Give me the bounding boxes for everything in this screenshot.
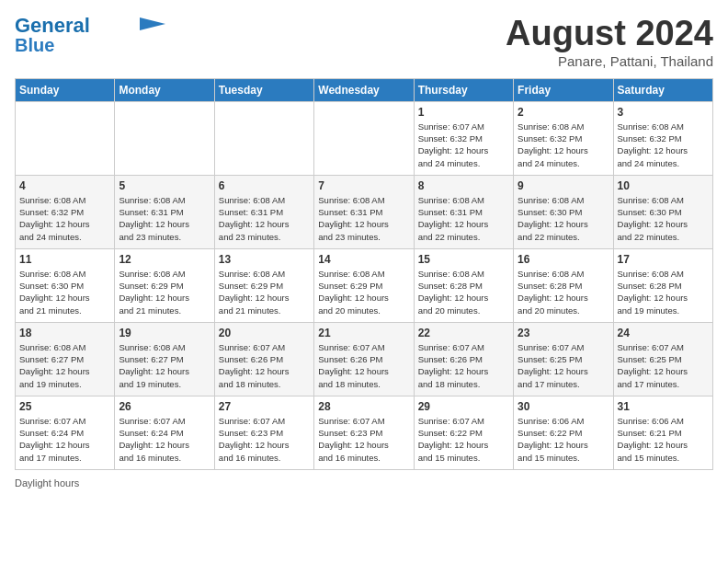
calendar-cell: 10Sunrise: 6:08 AM Sunset: 6:30 PM Dayli…: [613, 175, 712, 248]
day-info: Sunrise: 6:08 AM Sunset: 6:28 PM Dayligh…: [618, 268, 709, 316]
calendar-cell: 2Sunrise: 6:08 AM Sunset: 6:32 PM Daylig…: [514, 101, 613, 175]
calendar-cell: [115, 101, 214, 175]
day-number: 29: [418, 400, 509, 413]
day-number: 7: [318, 179, 409, 192]
calendar-day-header: Sunday: [16, 78, 115, 101]
calendar-cell: 20Sunrise: 6:07 AM Sunset: 6:26 PM Dayli…: [214, 322, 313, 396]
day-number: 12: [119, 253, 210, 266]
page-header: General Blue August 2024 Panare, Pattani…: [15, 15, 713, 69]
day-info: Sunrise: 6:07 AM Sunset: 6:24 PM Dayligh…: [119, 415, 210, 464]
day-info: Sunrise: 6:08 AM Sunset: 6:32 PM Dayligh…: [618, 121, 709, 169]
day-number: 31: [618, 400, 709, 413]
calendar-day-header: Friday: [514, 78, 613, 101]
calendar-cell: 26Sunrise: 6:07 AM Sunset: 6:24 PM Dayli…: [115, 396, 214, 469]
day-info: Sunrise: 6:08 AM Sunset: 6:29 PM Dayligh…: [318, 268, 409, 316]
calendar-cell: 29Sunrise: 6:07 AM Sunset: 6:22 PM Dayli…: [414, 396, 513, 469]
day-number: 1: [418, 106, 509, 119]
day-info: Sunrise: 6:08 AM Sunset: 6:32 PM Dayligh…: [518, 121, 609, 169]
calendar-cell: 3Sunrise: 6:08 AM Sunset: 6:32 PM Daylig…: [613, 101, 712, 175]
calendar-day-header: Wednesday: [314, 78, 414, 101]
day-number: 6: [219, 179, 310, 192]
calendar-header-row: SundayMondayTuesdayWednesdayThursdayFrid…: [16, 78, 713, 101]
day-number: 23: [518, 327, 609, 339]
day-info: Sunrise: 6:08 AM Sunset: 6:30 PM Dayligh…: [618, 194, 709, 243]
day-number: 22: [418, 327, 509, 339]
calendar-cell: [16, 101, 115, 175]
day-info: Sunrise: 6:08 AM Sunset: 6:29 PM Dayligh…: [119, 268, 210, 316]
footer-note: Daylight hours: [15, 477, 713, 488]
calendar-cell: 9Sunrise: 6:08 AM Sunset: 6:30 PM Daylig…: [514, 175, 613, 248]
day-number: 28: [318, 400, 409, 413]
day-number: 10: [618, 179, 709, 192]
main-title: August 2024: [506, 15, 713, 53]
calendar-cell: 4Sunrise: 6:08 AM Sunset: 6:32 PM Daylig…: [16, 175, 115, 248]
day-info: Sunrise: 6:07 AM Sunset: 6:25 PM Dayligh…: [518, 341, 609, 390]
logo-text: General: [15, 15, 90, 37]
calendar-table: SundayMondayTuesdayWednesdayThursdayFrid…: [15, 78, 713, 470]
title-block: August 2024 Panare, Pattani, Thailand: [506, 15, 713, 69]
day-number: 9: [518, 179, 609, 192]
day-info: Sunrise: 6:07 AM Sunset: 6:25 PM Dayligh…: [618, 341, 709, 390]
day-number: 25: [19, 400, 110, 413]
day-info: Sunrise: 6:07 AM Sunset: 6:26 PM Dayligh…: [418, 341, 509, 390]
day-info: Sunrise: 6:08 AM Sunset: 6:30 PM Dayligh…: [19, 268, 110, 316]
calendar-cell: 28Sunrise: 6:07 AM Sunset: 6:23 PM Dayli…: [314, 396, 414, 469]
day-number: 26: [119, 400, 210, 413]
day-info: Sunrise: 6:07 AM Sunset: 6:32 PM Dayligh…: [418, 121, 509, 169]
calendar-cell: 5Sunrise: 6:08 AM Sunset: 6:31 PM Daylig…: [115, 175, 214, 248]
calendar-cell: 14Sunrise: 6:08 AM Sunset: 6:29 PM Dayli…: [314, 248, 414, 322]
day-info: Sunrise: 6:07 AM Sunset: 6:23 PM Dayligh…: [318, 415, 409, 464]
calendar-cell: 21Sunrise: 6:07 AM Sunset: 6:26 PM Dayli…: [314, 322, 414, 396]
day-info: Sunrise: 6:06 AM Sunset: 6:22 PM Dayligh…: [518, 415, 609, 464]
day-number: 11: [19, 253, 110, 266]
day-number: 27: [219, 400, 310, 413]
day-number: 30: [518, 400, 609, 413]
calendar-day-header: Saturday: [613, 78, 712, 101]
day-number: 24: [618, 327, 709, 339]
day-number: 13: [219, 253, 310, 266]
calendar-cell: 12Sunrise: 6:08 AM Sunset: 6:29 PM Dayli…: [115, 248, 214, 322]
day-info: Sunrise: 6:07 AM Sunset: 6:22 PM Dayligh…: [418, 415, 509, 464]
day-number: 4: [19, 179, 110, 192]
day-number: 21: [318, 327, 409, 339]
logo: General Blue: [15, 15, 165, 55]
calendar-cell: 17Sunrise: 6:08 AM Sunset: 6:28 PM Dayli…: [613, 248, 712, 322]
calendar-cell: 15Sunrise: 6:08 AM Sunset: 6:28 PM Dayli…: [414, 248, 513, 322]
calendar-cell: 8Sunrise: 6:08 AM Sunset: 6:31 PM Daylig…: [414, 175, 513, 248]
calendar-week-row: 11Sunrise: 6:08 AM Sunset: 6:30 PM Dayli…: [16, 248, 713, 322]
calendar-cell: 13Sunrise: 6:08 AM Sunset: 6:29 PM Dayli…: [214, 248, 313, 322]
day-info: Sunrise: 6:08 AM Sunset: 6:27 PM Dayligh…: [19, 341, 110, 390]
day-info: Sunrise: 6:08 AM Sunset: 6:31 PM Dayligh…: [119, 194, 210, 243]
calendar-cell: 11Sunrise: 6:08 AM Sunset: 6:30 PM Dayli…: [16, 248, 115, 322]
day-info: Sunrise: 6:07 AM Sunset: 6:26 PM Dayligh…: [318, 341, 409, 390]
subtitle: Panare, Pattani, Thailand: [506, 53, 713, 69]
day-number: 20: [219, 327, 310, 339]
day-number: 14: [318, 253, 409, 266]
calendar-week-row: 1Sunrise: 6:07 AM Sunset: 6:32 PM Daylig…: [16, 101, 713, 175]
calendar-cell: 23Sunrise: 6:07 AM Sunset: 6:25 PM Dayli…: [514, 322, 613, 396]
svg-marker-0: [140, 17, 165, 30]
day-number: 16: [518, 253, 609, 266]
day-info: Sunrise: 6:08 AM Sunset: 6:30 PM Dayligh…: [518, 194, 609, 243]
day-number: 15: [418, 253, 509, 266]
day-info: Sunrise: 6:07 AM Sunset: 6:24 PM Dayligh…: [19, 415, 110, 464]
calendar-day-header: Monday: [115, 78, 214, 101]
day-number: 18: [19, 327, 110, 339]
calendar-cell: 19Sunrise: 6:08 AM Sunset: 6:27 PM Dayli…: [115, 322, 214, 396]
day-info: Sunrise: 6:08 AM Sunset: 6:28 PM Dayligh…: [418, 268, 509, 316]
calendar-cell: 22Sunrise: 6:07 AM Sunset: 6:26 PM Dayli…: [414, 322, 513, 396]
calendar-cell: 30Sunrise: 6:06 AM Sunset: 6:22 PM Dayli…: [514, 396, 613, 469]
calendar-cell: [214, 101, 313, 175]
day-number: 2: [518, 106, 609, 119]
calendar-day-header: Tuesday: [214, 78, 313, 101]
day-number: 17: [618, 253, 709, 266]
day-info: Sunrise: 6:08 AM Sunset: 6:31 PM Dayligh…: [219, 194, 310, 243]
day-number: 19: [119, 327, 210, 339]
logo-blue-text: Blue: [15, 35, 54, 55]
day-number: 5: [119, 179, 210, 192]
calendar-cell: 31Sunrise: 6:06 AM Sunset: 6:21 PM Dayli…: [613, 396, 712, 469]
calendar-week-row: 25Sunrise: 6:07 AM Sunset: 6:24 PM Dayli…: [16, 396, 713, 469]
day-number: 3: [618, 106, 709, 119]
day-info: Sunrise: 6:07 AM Sunset: 6:26 PM Dayligh…: [219, 341, 310, 390]
logo-arrow-icon: [140, 17, 165, 30]
